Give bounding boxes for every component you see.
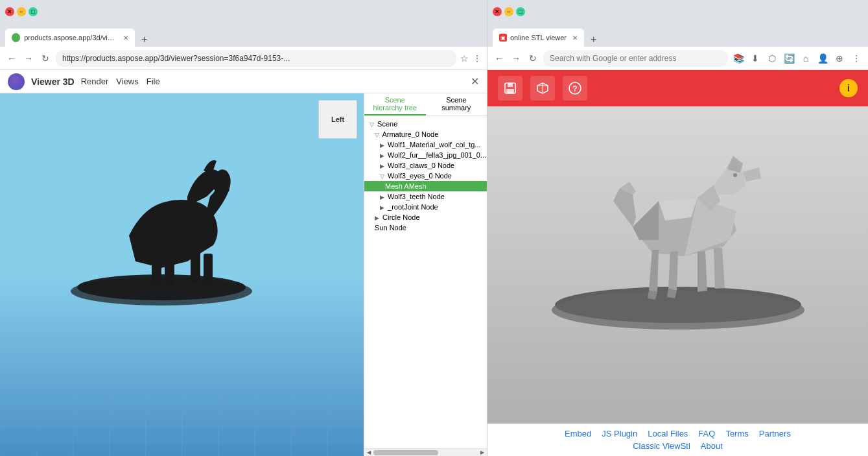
- render-menu-item[interactable]: Render: [81, 77, 109, 86]
- 3d-viewport[interactable]: Left: [0, 93, 364, 456]
- right-active-tab[interactable]: ▣ online STL viewer ✕: [493, 29, 584, 47]
- bookmark-btn[interactable]: ☆: [460, 53, 469, 64]
- address-input[interactable]: [56, 50, 456, 67]
- tree-item-wolf3-eyes[interactable]: ▽ Wolf3_eyes_0 Node: [364, 171, 487, 181]
- new-tab-btn[interactable]: +: [137, 32, 151, 47]
- svg-marker-47: [668, 251, 678, 291]
- tree-label: Mesh AMesh: [385, 182, 427, 190]
- firefox-account-icon[interactable]: 👤: [816, 52, 829, 65]
- right-new-tab-btn[interactable]: +: [587, 32, 600, 47]
- svg-rect-21: [191, 252, 200, 283]
- refresh-btn[interactable]: ↻: [39, 52, 52, 65]
- tab-close-btn[interactable]: ✕: [123, 34, 128, 42]
- svg-marker-45: [649, 250, 659, 292]
- tree-item-rootjoint[interactable]: ▶ _rootJoint Node: [364, 202, 487, 212]
- right-footer: Embed JS Plugin Local Files FAQ Terms Pa…: [487, 424, 868, 456]
- tree-label: Scene: [377, 120, 397, 128]
- right-min-btn[interactable]: −: [504, 7, 513, 16]
- tree-item-wolf3-teeth[interactable]: ▶ Wolf3_teeth Node: [364, 191, 487, 202]
- right-forward-btn[interactable]: →: [510, 52, 522, 65]
- footer-link-localfiles[interactable]: Local Files: [648, 429, 688, 438]
- tree-item-scene[interactable]: ▽ Scene: [364, 119, 487, 129]
- close-window-btn[interactable]: ✕: [5, 7, 14, 16]
- svg-marker-50: [714, 248, 725, 289]
- forward-btn[interactable]: →: [22, 52, 35, 65]
- right-refresh-btn[interactable]: ↻: [526, 52, 539, 65]
- minimize-window-btn[interactable]: −: [17, 7, 26, 16]
- app-title: Viewer 3D: [31, 77, 75, 87]
- tree-item-armature[interactable]: ▽ Armature_0 Node: [364, 129, 487, 139]
- right-wolf-model: [542, 110, 814, 344]
- footer-link-about[interactable]: About: [701, 441, 723, 451]
- cube-toolbar-btn[interactable]: [530, 76, 555, 101]
- footer-link-embed[interactable]: Embed: [565, 429, 591, 438]
- reader-icon[interactable]: 📚: [732, 52, 745, 65]
- footer-link-jsplugin[interactable]: JS Plugin: [602, 429, 637, 438]
- left-tab-bar: products.aspose.app/3d/view... ✕ +: [0, 23, 487, 47]
- left-chrome-bar: ✕ − □: [0, 0, 487, 23]
- left-active-tab[interactable]: products.aspose.app/3d/view... ✕: [5, 29, 135, 47]
- tree-item-wolf1[interactable]: ▶ Wolf1_Material_wolf_col_tg...: [364, 139, 487, 150]
- tree-label: _rootJoint Node: [388, 203, 438, 211]
- app-close-btn[interactable]: ✕: [471, 75, 479, 88]
- tree-arrow: ▽: [380, 173, 384, 180]
- right-close-btn[interactable]: ✕: [493, 7, 502, 16]
- help-icon: ?: [568, 81, 582, 95]
- sync-icon[interactable]: 🔄: [782, 52, 795, 65]
- app-title-bar: Viewer 3D Render Views File ✕: [0, 70, 487, 93]
- orientation-label: Left: [331, 115, 344, 123]
- svg-rect-20: [165, 255, 174, 286]
- info-btn[interactable]: i: [839, 79, 858, 97]
- panel-tabs: Scene hierarchy tree Scene summary: [364, 93, 487, 116]
- footer-link-classicviewstl[interactable]: Classic ViewStl: [633, 441, 690, 451]
- home-icon[interactable]: ⌂: [799, 52, 812, 65]
- tree-arrow: ▶: [375, 215, 379, 221]
- tree-item-wolf2[interactable]: ▶ Wolf2_fur__fella3_jpg_001_0...: [364, 150, 487, 160]
- tree-label: Wolf3_teeth Node: [388, 193, 445, 200]
- tree-item-sun[interactable]: Sun Node: [364, 222, 487, 233]
- footer-link-partners[interactable]: Partners: [759, 429, 791, 438]
- browser-menu-btn[interactable]: ⋮: [473, 53, 482, 64]
- tree-item-mesh-amesh[interactable]: Mesh AMesh: [364, 181, 487, 191]
- app-logo: [8, 73, 25, 90]
- tree-label: Circle Node: [382, 213, 419, 221]
- save-toolbar-btn[interactable]: [498, 76, 522, 101]
- file-menu-item[interactable]: File: [147, 77, 160, 86]
- back-btn[interactable]: ←: [5, 52, 18, 65]
- scroll-right-btn[interactable]: ▶: [480, 450, 484, 455]
- right-3d-viewport[interactable]: [487, 106, 868, 424]
- right-back-btn[interactable]: ←: [493, 52, 506, 65]
- scroll-left-btn[interactable]: ◀: [367, 450, 371, 455]
- left-browser-window: ✕ − □ products.aspose.app/3d/view... ✕ +…: [0, 0, 487, 456]
- views-menu-item[interactable]: Views: [116, 77, 138, 86]
- tree-arrow: ▽: [369, 121, 374, 128]
- tree-label: Wolf3_eyes_0 Node: [388, 172, 452, 180]
- tree-item-circle[interactable]: ▶ Circle Node: [364, 212, 487, 222]
- tab-scene-summary[interactable]: Scene summary: [426, 93, 487, 115]
- right-address-input[interactable]: [543, 50, 728, 67]
- scrollbar-thumb[interactable]: [373, 450, 438, 455]
- tree-arrow: ▽: [375, 132, 379, 138]
- tree-item-wolf3-claws[interactable]: ▶ Wolf3_claws_0 Node: [364, 160, 487, 171]
- right-address-bar: ← → ↻ 📚 ⬇ ⬡ 🔄 ⌂ 👤 ⊕ ⋮: [487, 47, 868, 70]
- scene-panel: Scene hierarchy tree Scene summary ▽ Sce…: [364, 93, 487, 456]
- right-tab-title: online STL viewer: [510, 34, 567, 42]
- footer-link-terms[interactable]: Terms: [725, 429, 748, 438]
- right-tab-close[interactable]: ✕: [572, 34, 578, 42]
- wolf-model: [58, 132, 265, 326]
- help-toolbar-btn[interactable]: ?: [563, 76, 587, 101]
- horizontal-scrollbar[interactable]: ◀ ▶: [364, 448, 487, 456]
- maximize-window-btn[interactable]: □: [29, 7, 38, 16]
- svg-marker-38: [714, 169, 746, 195]
- left-address-bar: ← → ↻ ☆ ⋮: [0, 47, 487, 70]
- tab-scene-hierarchy[interactable]: Scene hierarchy tree: [364, 93, 426, 115]
- tree-label: Wolf1_Material_wolf_col_tg...: [388, 141, 480, 149]
- extensions-icon[interactable]: ⊕: [833, 52, 846, 65]
- right-menu-btn[interactable]: ⋮: [850, 52, 863, 65]
- right-max-btn[interactable]: □: [516, 7, 525, 16]
- right-chrome-bar: ✕ − □: [487, 0, 868, 23]
- pocket-icon[interactable]: ⬡: [766, 52, 779, 65]
- footer-link-faq[interactable]: FAQ: [698, 429, 715, 438]
- footer-row-2: Classic ViewStl About: [498, 441, 858, 451]
- download-icon[interactable]: ⬇: [749, 52, 762, 65]
